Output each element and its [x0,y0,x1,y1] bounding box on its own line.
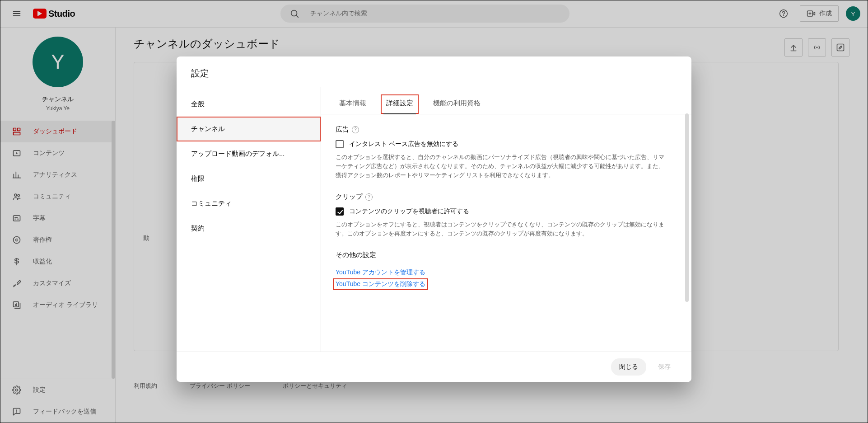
other-settings-title: その他の設定 [336,251,376,259]
tab-advanced-settings[interactable]: 詳細設定 [381,94,419,114]
dialog-tabs: 基本情報 詳細設定 機能の利用資格 [321,87,691,114]
dialog-sidebar: 全般 チャンネル アップロード動画のデフォル... 権限 コミュニティ 契約 [177,87,321,352]
disable-interest-ads-checkbox[interactable]: インタレスト ベース広告を無効にする [336,140,677,148]
tab-feature-eligibility[interactable]: 機能の利用資格 [428,94,486,114]
help-icon[interactable]: ? [365,193,373,201]
settings-tab-agreements[interactable]: 契約 [177,216,321,241]
settings-dialog: 設定 全般 チャンネル アップロード動画のデフォル... 権限 コミュニティ 契… [177,56,691,382]
help-icon[interactable]: ? [352,126,359,133]
ads-description: このオプションを選択すると、自分のチャンネルの動画にパーソナライズド広告（視聴者… [336,153,665,180]
save-button[interactable]: 保存 [650,358,679,376]
clips-section-title: クリップ [336,193,363,201]
clips-description: このオプションをオフにすると、視聴者はコンテンツをクリップできなくなり、コンテン… [336,220,665,238]
close-button[interactable]: 閉じる [611,358,646,376]
delete-youtube-content-link[interactable]: YouTube コンテンツを削除する [334,279,427,289]
ads-section-title: 広告 [336,125,349,134]
checkbox-label: インタレスト ベース広告を無効にする [349,140,458,148]
checkbox-icon [336,207,344,216]
dialog-scrollbar[interactable] [685,113,689,349]
settings-tab-channel[interactable]: チャンネル [177,117,321,141]
settings-tab-general[interactable]: 全般 [177,92,321,117]
settings-tab-permissions[interactable]: 権限 [177,166,321,191]
settings-tab-upload-defaults[interactable]: アップロード動画のデフォル... [177,141,321,166]
allow-clips-checkbox[interactable]: コンテンツのクリップを視聴者に許可する [336,207,677,216]
settings-tab-community[interactable]: コミュニティ [177,191,321,216]
manage-youtube-account-link[interactable]: YouTube アカウントを管理する [336,268,425,277]
checkbox-icon [336,140,344,148]
checkbox-label: コンテンツのクリップを視聴者に許可する [349,207,469,216]
dialog-title: 設定 [177,56,691,87]
tab-basic-info[interactable]: 基本情報 [334,94,372,114]
